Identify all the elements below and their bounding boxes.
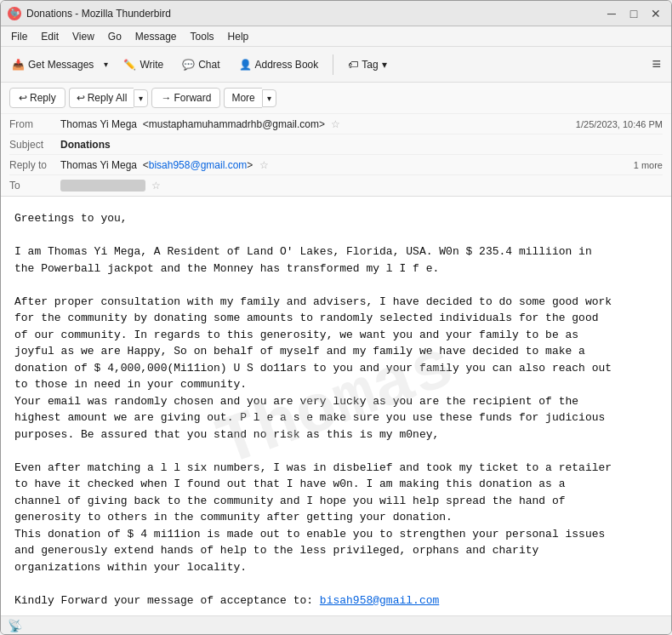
write-label: Write [140, 59, 163, 71]
toolbar: 📥 Get Messages ▾ ✏️ Write 💬 Chat 👤 Addre… [1, 47, 671, 83]
menu-edit[interactable]: Edit [34, 29, 65, 44]
connection-icon: 📡 [8, 619, 22, 632]
to-blurred-value [60, 180, 145, 192]
from-name: Thomas Yi Mega [60, 118, 137, 130]
reply-button[interactable]: ↩ Reply [9, 88, 65, 108]
address-book-label: Address Book [255, 59, 319, 71]
get-messages-icon: 📥 [12, 59, 25, 71]
from-email: mustaphamuhammadrhb@gmail.com [149, 118, 319, 130]
reply-to-name: Thomas Yi Mega [60, 159, 137, 171]
reply-all-label: Reply All [88, 92, 128, 104]
menu-file[interactable]: File [4, 29, 34, 44]
subject-row: Subject Donations [9, 134, 663, 155]
email-date: 1/25/2023, 10:46 PM [576, 119, 663, 129]
menu-message[interactable]: Message [128, 29, 184, 44]
menu-go[interactable]: Go [101, 29, 128, 44]
from-star-icon[interactable]: ☆ [331, 118, 340, 130]
email-header: ↩ Reply ↩ Reply All ▾ → Forward More ▾ [1, 83, 671, 197]
write-icon: ✏️ [123, 59, 136, 71]
more-label: More [231, 92, 254, 104]
write-button[interactable]: ✏️ Write [116, 54, 171, 75]
to-label: To [9, 180, 60, 192]
subject-label: Subject [9, 139, 60, 151]
app-icon: 🦤 [8, 7, 21, 20]
reply-to-label: Reply to [9, 159, 60, 171]
menu-view[interactable]: View [65, 29, 101, 44]
reply-to-star-icon[interactable]: ☆ [259, 159, 269, 171]
reply-all-group: ↩ Reply All ▾ [69, 88, 149, 108]
tag-button[interactable]: 🏷 Tag ▾ [340, 54, 394, 75]
window-controls: ─ □ ✕ [603, 5, 664, 22]
chat-button[interactable]: 💬 Chat [174, 54, 227, 75]
forward-button[interactable]: → Forward [151, 88, 220, 108]
from-label: From [9, 118, 60, 130]
window-title: Donations - Mozilla Thunderbird [26, 8, 603, 20]
reply-to-row: Reply to Thomas Yi Mega <bisah958@gmail.… [9, 155, 663, 175]
tag-label: Tag [362, 59, 378, 71]
reply-all-icon: ↩ [77, 92, 85, 104]
from-value: Thomas Yi Mega <mustaphamuhammadrhb@gmai… [60, 118, 576, 130]
statusbar: 📡 [1, 615, 671, 634]
reply-icon: ↩ [19, 92, 27, 104]
to-star-icon[interactable]: ☆ [151, 180, 161, 192]
forward-icon: → [161, 92, 171, 104]
forward-label: Forward [174, 92, 211, 104]
get-messages-dropdown-button[interactable]: ▾ [100, 55, 112, 73]
get-messages-button[interactable]: 📥 Get Messages [6, 54, 100, 75]
more-recipients-badge: 1 more [634, 160, 663, 170]
get-messages-label: Get Messages [28, 59, 94, 71]
chat-icon: 💬 [182, 59, 195, 71]
forward-email-link[interactable]: bisah958@gmail.com [320, 594, 439, 607]
to-value: ☆ [60, 180, 663, 192]
more-dropdown-button[interactable]: ▾ [262, 89, 276, 107]
reply-to-email-link[interactable]: bisah958@gmail.com [149, 159, 248, 171]
hamburger-menu-button[interactable]: ≡ [646, 52, 666, 77]
menu-help[interactable]: Help [221, 29, 256, 44]
toolbar-separator [333, 54, 333, 75]
menubar: File Edit View Go Message Tools Help [1, 26, 671, 47]
minimize-button[interactable]: ─ [603, 5, 620, 22]
from-row: From Thomas Yi Mega <mustaphamuhammadrhb… [9, 114, 663, 134]
titlebar: 🦤 Donations - Mozilla Thunderbird ─ □ ✕ [1, 1, 671, 26]
email-body[interactable]: Thomas Greetings to you, I am Thomas Yi … [1, 197, 671, 615]
maximize-button[interactable]: □ [625, 5, 642, 22]
reply-to-value: Thomas Yi Mega <bisah958@gmail.com> ☆ [60, 159, 617, 171]
menu-tools[interactable]: Tools [184, 29, 221, 44]
address-book-button[interactable]: 👤 Address Book [231, 54, 327, 75]
tag-icon: 🏷 [348, 59, 358, 71]
to-row: To ☆ [9, 175, 663, 196]
reply-all-button[interactable]: ↩ Reply All [69, 88, 134, 108]
subject-value: Donations [60, 139, 663, 151]
reply-label: Reply [30, 92, 56, 104]
action-bar: ↩ Reply ↩ Reply All ▾ → Forward More ▾ [1, 83, 671, 114]
email-meta: From Thomas Yi Mega <mustaphamuhammadrhb… [1, 114, 671, 196]
main-window: 🦤 Donations - Mozilla Thunderbird ─ □ ✕ … [0, 0, 672, 635]
reply-all-dropdown-button[interactable]: ▾ [134, 89, 148, 107]
more-button[interactable]: More [224, 88, 261, 108]
tag-dropdown-icon: ▾ [382, 59, 387, 71]
email-body-text: Greetings to you, I am Thomas Yi Mega, A… [14, 210, 658, 615]
address-book-icon: 👤 [239, 59, 252, 71]
close-button[interactable]: ✕ [647, 5, 664, 22]
chat-label: Chat [198, 59, 219, 71]
get-messages-group: 📥 Get Messages ▾ [6, 54, 112, 75]
more-group: More ▾ [224, 88, 276, 108]
